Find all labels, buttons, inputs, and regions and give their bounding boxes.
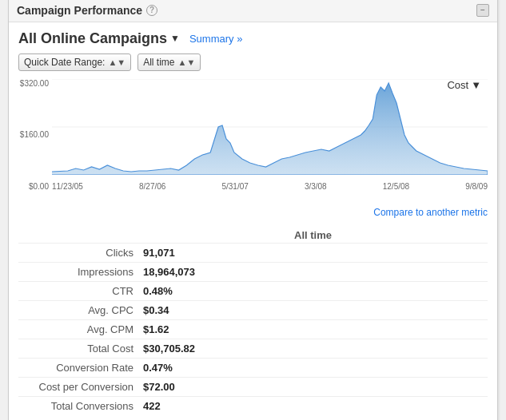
stat-value-clicks: 91,071 [138, 243, 488, 262]
stats-table: All time Clicks 91,071 Impressions 18,96… [18, 226, 488, 415]
table-row: Avg. CPC $0.34 [18, 300, 488, 319]
stat-value-total-cost: $30,705.82 [138, 339, 488, 358]
date-row: Quick Date Range: ▲▼ All time ▲▼ [18, 53, 488, 71]
x-label-2: 8/27/06 [139, 182, 165, 191]
stat-label-clicks: Clicks [18, 243, 138, 262]
quick-date-arrow: ▲▼ [108, 57, 126, 67]
stat-value-total-conversions: 422 [138, 396, 488, 415]
campaign-dropdown-arrow: ▼ [170, 33, 180, 44]
y-axis: $320.00 $160.00 $0.00 [18, 79, 52, 191]
x-label-3: 5/31/07 [221, 182, 248, 191]
y-axis-mid: $160.00 [18, 130, 49, 139]
stats-label-spacer [18, 226, 138, 244]
help-icon[interactable]: ? [146, 5, 157, 16]
chart-inner [52, 79, 488, 175]
date-range-value: All time [143, 57, 174, 68]
title-text: Campaign Performance [17, 4, 142, 17]
chart-svg [52, 79, 488, 175]
y-axis-bottom: $0.00 [18, 182, 49, 191]
stat-label-avg-cpc: Avg. CPC [18, 300, 138, 319]
table-row: CTR 0.48% [18, 281, 488, 300]
stat-value-ctr: 0.48% [138, 281, 488, 300]
x-axis: 11/23/05 8/27/06 5/31/07 3/3/08 12/5/08 … [52, 182, 488, 191]
summary-link[interactable]: Summary » [189, 33, 242, 45]
stat-label-ctr: CTR [18, 281, 138, 300]
chart-area: Cost ▼ $320.00 $160.00 $0.00 [18, 79, 488, 203]
table-row: Impressions 18,964,073 [18, 262, 488, 281]
stat-label-impressions: Impressions [18, 262, 138, 281]
x-label-1: 11/23/05 [52, 182, 83, 191]
stat-label-total-conversions: Total Conversions [18, 396, 138, 415]
date-range-arrow: ▲▼ [178, 57, 196, 67]
widget-header: Campaign Performance ? − [9, 0, 497, 22]
table-row: Total Cost $30,705.82 [18, 339, 488, 358]
chart-container: $320.00 $160.00 $0.00 [18, 79, 488, 191]
stats-period-label: All time [138, 226, 488, 244]
stat-label-total-cost: Total Cost [18, 339, 138, 358]
campaign-selector[interactable]: All Online Campaigns ▼ [18, 30, 180, 47]
compare-link-row: Compare to another metric [18, 206, 488, 218]
stats-header-row: All time [18, 226, 488, 244]
stat-label-avg-cpm: Avg. CPM [18, 319, 138, 339]
campaign-row: All Online Campaigns ▼ Summary » [18, 30, 488, 47]
date-range-selector[interactable]: All time ▲▼ [137, 53, 201, 71]
quick-date-range-selector[interactable]: Quick Date Range: ▲▼ [18, 53, 131, 71]
stat-value-impressions: 18,964,073 [138, 262, 488, 281]
x-label-5: 12/5/08 [383, 182, 409, 191]
table-row: Cost per Conversion $72.00 [18, 377, 488, 396]
minimize-button[interactable]: − [476, 4, 489, 17]
campaign-performance-widget: Campaign Performance ? − All Online Camp… [8, 0, 498, 420]
campaign-name: All Online Campaigns [18, 30, 167, 47]
x-label-4: 3/3/08 [305, 182, 327, 191]
widget-body: All Online Campaigns ▼ Summary » Quick D… [9, 22, 497, 421]
stat-label-conversion-rate: Conversion Rate [18, 358, 138, 377]
x-label-6: 9/8/09 [465, 182, 488, 191]
stat-value-avg-cpm: $1.62 [138, 319, 488, 339]
stat-value-cost-per-conversion: $72.00 [138, 377, 488, 396]
stat-value-conversion-rate: 0.47% [138, 358, 488, 377]
stat-label-cost-per-conversion: Cost per Conversion [18, 377, 138, 396]
table-row: Total Conversions 422 [18, 396, 488, 415]
table-row: Avg. CPM $1.62 [18, 319, 488, 339]
table-row: Clicks 91,071 [18, 243, 488, 262]
compare-link[interactable]: Compare to another metric [373, 207, 488, 218]
widget-title: Campaign Performance ? [17, 4, 157, 17]
stat-value-avg-cpc: $0.34 [138, 300, 488, 319]
table-row: Conversion Rate 0.47% [18, 358, 488, 377]
quick-date-label: Quick Date Range: [24, 57, 105, 68]
y-axis-top: $320.00 [18, 79, 49, 88]
